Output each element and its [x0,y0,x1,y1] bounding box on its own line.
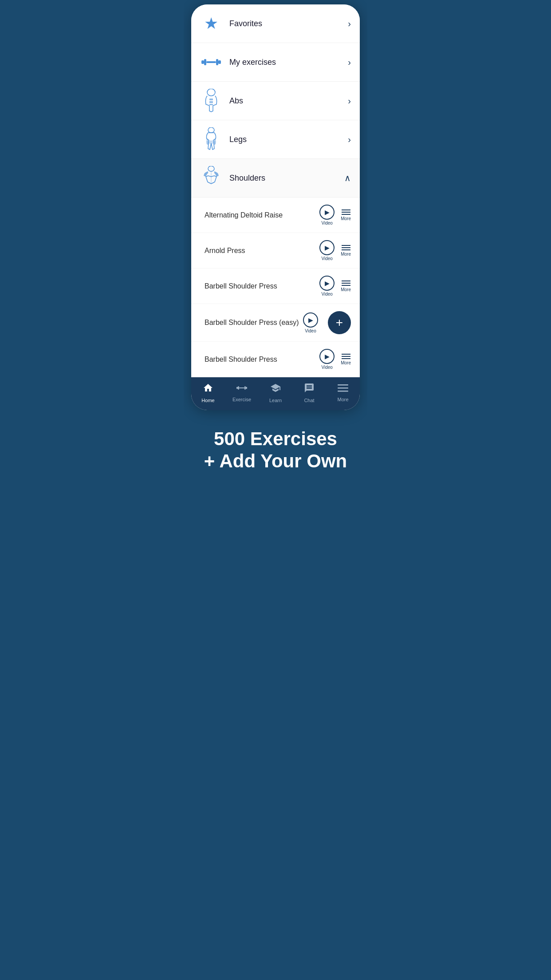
exercise-name-barbell-shoulder-press-easy: Barbell Shoulder Press (easy) [205,319,303,327]
svg-rect-4 [218,60,221,64]
my-exercises-label: My exercises [229,58,348,67]
svg-rect-8 [209,104,213,105]
exercise-name-alternating-deltoid: Alternating Deltoid Raise [205,211,319,219]
star-icon: ★ [204,14,218,33]
hamburger-icon-barbell-shoulder-press [342,281,350,286]
svg-point-10 [208,166,214,171]
shoulders-icon-wrapper [200,167,222,189]
svg-point-9 [208,127,214,133]
phone-wrapper: ★ Favorites › [184,0,367,495]
hamburger-icon-alternating-deltoid [342,209,350,215]
video-label-barbell-shoulder-press-easy: Video [305,328,316,333]
more-btn-barbell-shoulder-press[interactable]: More [341,281,351,292]
play-icon-alternating-deltoid: ▶ [319,205,335,220]
nav-home-label: Home [201,398,214,403]
home-icon [203,383,213,396]
nav-exercise[interactable]: Exercise [225,383,259,402]
more-label-arnold-press: More [341,252,351,257]
exercise-row-alternating-deltoid[interactable]: Alternating Deltoid Raise ▶ Video More [191,198,360,233]
abs-chevron: › [348,96,351,106]
fab-add-button[interactable]: + [328,311,351,334]
video-label-arnold-press: Video [322,256,333,261]
video-btn-arnold-press[interactable]: ▶ Video [319,240,335,261]
menu-item-shoulders[interactable]: Shoulders ∧ [191,159,360,198]
promo-line2: + Add Your Own [204,450,347,472]
hamburger-icon-barbell-shoulder-press-2 [342,354,350,359]
svg-rect-13 [238,386,239,390]
exercise-icon [236,383,247,395]
menu-list: ★ Favorites › [191,4,360,198]
svg-rect-1 [204,59,206,65]
nav-exercise-label: Exercise [232,397,251,402]
my-exercises-chevron: › [348,57,351,67]
exercise-row-arnold-press[interactable]: Arnold Press ▶ Video More [191,233,360,269]
video-btn-barbell-shoulder-press-2[interactable]: ▶ Video [319,349,335,370]
more-btn-alternating-deltoid[interactable]: More [341,209,351,221]
svg-rect-17 [338,384,348,386]
abs-label: Abs [229,96,348,106]
video-btn-alternating-deltoid[interactable]: ▶ Video [319,205,335,225]
nav-home[interactable]: Home [191,383,225,403]
legs-body-icon [201,127,221,151]
exercise-name-barbell-shoulder-press: Barbell Shoulder Press [205,282,319,290]
more-nav-icon [338,383,348,395]
video-btn-barbell-shoulder-press[interactable]: ▶ Video [319,276,335,296]
shoulders-chevron: ∧ [344,173,351,183]
menu-item-my-exercises[interactable]: My exercises › [191,43,360,82]
my-exercises-icon-wrapper [200,51,222,73]
exercise-name-barbell-shoulder-press-2: Barbell Shoulder Press [205,356,319,364]
more-label-barbell-shoulder-press-2: More [341,360,351,365]
favorites-icon-wrapper: ★ [200,12,222,35]
svg-rect-12 [236,387,238,389]
promo-section: 500 Exercises + Add Your Own [191,410,360,495]
video-label-alternating-deltoid: Video [322,221,333,225]
nav-learn-label: Learn [269,398,282,403]
shoulders-body-icon [201,166,221,190]
svg-rect-0 [201,60,204,64]
exercise-name-arnold-press: Arnold Press [205,247,319,255]
exercise-row-barbell-shoulder-press-easy[interactable]: Barbell Shoulder Press (easy) ▶ Video + [191,304,360,342]
svg-rect-6 [209,99,213,100]
nav-more-label: More [337,397,348,402]
dumbbell-icon [201,55,221,69]
play-icon-barbell-shoulder-press-2: ▶ [319,349,335,364]
play-icon-barbell-shoulder-press: ▶ [319,276,335,291]
favorites-label: Favorites [229,19,348,28]
svg-rect-19 [338,391,348,392]
nav-more[interactable]: More [326,383,360,402]
menu-item-favorites[interactable]: ★ Favorites › [191,4,360,43]
nav-chat-label: Chat [304,398,314,403]
menu-item-abs[interactable]: Abs › [191,82,360,120]
menu-item-legs[interactable]: Legs › [191,120,360,159]
play-icon-barbell-shoulder-press-easy: ▶ [303,312,318,328]
svg-rect-2 [206,61,216,63]
svg-rect-16 [246,387,247,389]
legs-icon-wrapper [200,128,222,150]
more-label-alternating-deltoid: More [341,216,351,221]
promo-line1: 500 Exercises [204,428,347,450]
svg-rect-3 [216,59,218,65]
video-label-barbell-shoulder-press-2: Video [322,365,333,370]
more-btn-arnold-press[interactable]: More [341,245,351,257]
nav-learn[interactable]: Learn [259,383,292,403]
svg-point-5 [207,89,215,96]
svg-rect-18 [338,387,348,389]
screen-content: ★ Favorites › [191,4,360,410]
shoulders-label: Shoulders [229,174,344,183]
play-icon-arnold-press: ▶ [319,240,335,255]
phone-screen: ★ Favorites › [191,4,360,410]
more-label-barbell-shoulder-press: More [341,287,351,292]
exercise-row-barbell-shoulder-press[interactable]: Barbell Shoulder Press ▶ Video More [191,269,360,304]
exercise-row-barbell-shoulder-press-2[interactable]: Barbell Shoulder Press ▶ Video More [191,342,360,377]
svg-rect-7 [209,101,213,103]
video-btn-barbell-shoulder-press-easy[interactable]: ▶ Video [303,312,318,333]
more-btn-barbell-shoulder-press-2[interactable]: More [341,354,351,365]
svg-rect-14 [239,387,244,388]
svg-rect-15 [244,386,246,390]
learn-icon [270,383,281,396]
video-label-barbell-shoulder-press: Video [322,292,333,296]
nav-chat[interactable]: Chat [292,383,326,403]
legs-label: Legs [229,135,348,144]
hamburger-icon-arnold-press [342,245,350,250]
abs-body-icon [201,89,221,113]
